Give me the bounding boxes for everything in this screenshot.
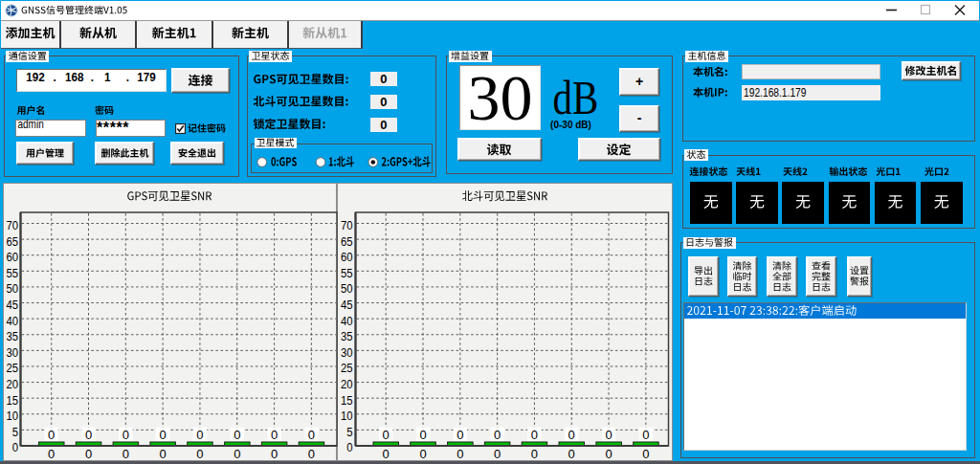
svg-text:30: 30 <box>468 61 533 134</box>
svg-text:dB: dB <box>553 71 599 124</box>
